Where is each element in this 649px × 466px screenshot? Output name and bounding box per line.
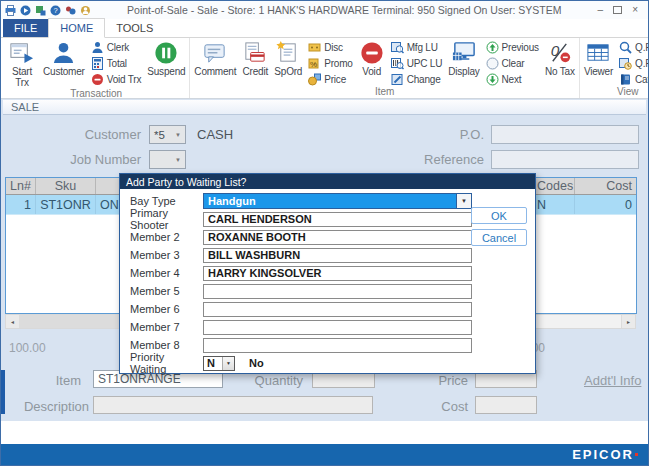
spord-button[interactable]: SpOrd — [271, 38, 305, 86]
comment-icon — [202, 40, 228, 66]
void-trx-button[interactable]: Void Trx — [91, 73, 142, 86]
suspend-button[interactable]: Suspend — [144, 38, 188, 88]
member-6-label: Member 6 — [130, 303, 203, 315]
dialog-field-row: Member 2 — [130, 229, 527, 245]
member-5-input[interactable] — [203, 284, 472, 299]
arrow-down-circle-icon — [486, 73, 499, 86]
priority-waiting-combo[interactable]: N ▼ — [203, 356, 235, 371]
viewer-button[interactable]: Viewer — [581, 38, 616, 86]
ribbon-group-view: Viewer Q.Find Q.Recall Catalog — [580, 38, 648, 98]
discount-icon — [308, 41, 321, 54]
member-4-input[interactable] — [203, 266, 472, 281]
description-input[interactable] — [93, 396, 373, 414]
scroll-left-icon[interactable]: ◄ — [6, 315, 20, 328]
side-panel-tab[interactable] — [1, 370, 5, 414]
member-8-input[interactable] — [203, 338, 472, 353]
void-button[interactable]: Void — [356, 38, 388, 86]
terminal-icon[interactable] — [35, 5, 46, 16]
reference-label: Reference — [341, 152, 484, 167]
member-8-label: Member 8 — [130, 339, 203, 351]
grid-header-cost: Cost — [575, 178, 636, 194]
display-button[interactable]: Display — [445, 38, 482, 86]
tab-home[interactable]: HOME — [48, 18, 105, 38]
member-2-label: Member 2 — [130, 231, 203, 243]
priority-waiting-display: No — [249, 357, 264, 369]
addtl-info-link[interactable]: Addt'l Info — [584, 373, 641, 388]
minimize-button[interactable]: – — [598, 5, 604, 15]
dialog-field-row: Member 5 — [130, 283, 527, 299]
help-icon[interactable]: ? — [50, 5, 61, 16]
credit-button[interactable]: Credit — [239, 38, 271, 86]
ok-button[interactable]: OK — [471, 207, 527, 224]
po-input[interactable] — [491, 125, 639, 144]
catalog-button[interactable]: Catalog — [619, 73, 648, 86]
viewer-table-icon — [585, 40, 611, 66]
member-7-label: Member 7 — [130, 321, 203, 333]
disc-button[interactable]: Disc — [308, 41, 352, 54]
start-trx-button[interactable]: Start Trx — [4, 38, 40, 88]
change-button[interactable]: Change — [391, 73, 442, 86]
cost-input[interactable] — [475, 396, 537, 414]
upc-lu-button[interactable]: UPC LU — [391, 57, 442, 70]
credit-card-icon — [242, 40, 268, 66]
group-label-item: Item — [191, 86, 578, 99]
clerk-button[interactable]: Clerk — [91, 41, 142, 54]
previous-button[interactable]: Previous — [486, 41, 539, 54]
price-button[interactable]: Price — [308, 73, 352, 86]
ribbon-group-item: Comment Credit SpOrd Disc % — [190, 38, 580, 98]
printer-icon[interactable] — [5, 5, 16, 16]
promo-button[interactable]: % Promo — [308, 57, 352, 70]
tab-tools[interactable]: TOOLS — [105, 19, 164, 37]
tab-file[interactable]: FILE — [3, 19, 48, 37]
cost-label: Cost — [381, 399, 468, 414]
window-title: Point-of-Sale - Sale - Store: 1 HANK'S H… — [91, 4, 598, 16]
q-find-button[interactable]: Q.Find — [619, 41, 648, 54]
member-3-input[interactable] — [203, 248, 472, 263]
price-label: Price — [381, 373, 468, 388]
play-icon[interactable] — [20, 5, 31, 16]
clear-circle-icon — [486, 57, 499, 70]
grid-header-ln: Ln# — [6, 178, 36, 194]
group-label-transaction: Transaction — [4, 88, 188, 99]
bay-type-combo[interactable]: Handgun ▼ — [203, 193, 472, 209]
ribbon-group-transaction: Start Trx Customer Clerk Total — [3, 38, 190, 98]
users-icon[interactable] — [65, 5, 76, 16]
calculator-icon — [91, 57, 104, 70]
dialog-titlebar: Add Party to Waiting List? — [120, 174, 535, 189]
comment-button[interactable]: Comment — [191, 38, 239, 86]
cancel-button[interactable]: Cancel — [471, 229, 527, 246]
q-recall-button[interactable]: Q.Recall — [619, 57, 648, 70]
member-7-input[interactable] — [203, 320, 472, 335]
recall-clock-icon — [619, 57, 632, 70]
job-number-combo[interactable]: ▼ — [149, 150, 186, 169]
customer-label: Customer — [1, 127, 141, 142]
no-tax-button[interactable]: 0 No Tax — [542, 38, 578, 86]
close-button[interactable]: × — [632, 5, 638, 15]
dialog-field-row: Primary Shooter — [130, 211, 527, 227]
scroll-right-icon[interactable]: ► — [621, 315, 635, 328]
next-button[interactable]: Next — [486, 73, 539, 86]
quantity-label: Quantity — [201, 373, 303, 388]
maximize-button[interactable] — [613, 6, 622, 14]
titlebar: ? Point-of-Sale - Sale - Store: 1 HANK'S… — [1, 1, 648, 19]
customer-combo[interactable]: *5 ▼ — [149, 125, 186, 144]
member-6-input[interactable] — [203, 302, 472, 317]
customer-button[interactable]: Customer — [40, 38, 88, 88]
primary-shooter-input[interactable] — [203, 212, 472, 227]
void-minus-icon — [91, 73, 104, 86]
ribbon: Start Trx Customer Clerk Total — [1, 38, 648, 99]
quick-access-toolbar: ? — [1, 5, 91, 16]
sale-section-header: SALE — [3, 100, 646, 115]
ribbon-tab-row: FILE HOME TOOLS — [1, 19, 648, 38]
chevron-down-icon: ▼ — [175, 132, 181, 138]
member-2-input[interactable] — [203, 230, 472, 245]
mfg-lu-button[interactable]: Mfg LU — [391, 41, 442, 54]
clear-button[interactable]: Clear — [486, 57, 539, 70]
clerk-icon — [91, 41, 104, 54]
user-globe-icon[interactable] — [80, 5, 91, 16]
group-label-view: View — [581, 86, 648, 99]
total-button[interactable]: Total — [91, 57, 142, 70]
reference-input[interactable] — [491, 150, 639, 169]
dialog-field-row: Member 4 — [130, 265, 527, 281]
pause-icon — [153, 40, 179, 66]
